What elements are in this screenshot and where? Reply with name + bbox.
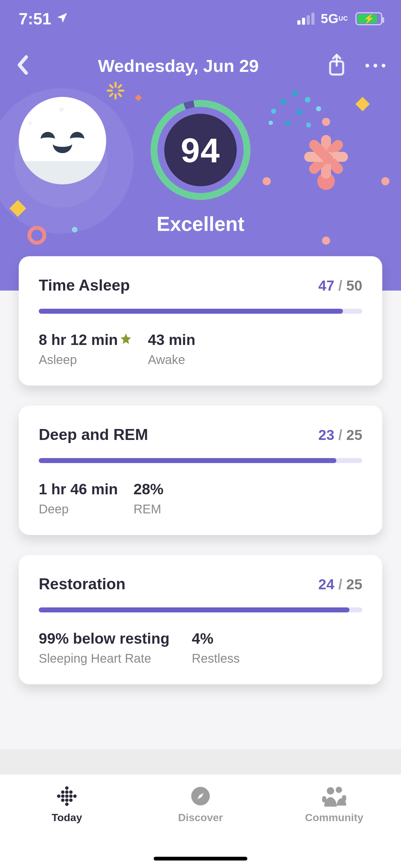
card-title: Deep and REM [39, 426, 148, 444]
sleep-score-ring[interactable]: 94 [151, 100, 250, 200]
svg-point-15 [57, 794, 61, 798]
location-icon [56, 9, 69, 28]
svg-rect-9 [135, 94, 142, 101]
stat-heart-rate: 99% below resting Sleeping Heart Rate [39, 630, 176, 665]
community-icon [321, 785, 347, 807]
diamond-icon [356, 97, 370, 111]
svg-marker-10 [9, 200, 26, 217]
tab-today[interactable]: Today [0, 775, 134, 868]
stat-awake: 43 min Awake [148, 331, 226, 367]
star-icon [120, 331, 132, 348]
svg-point-28 [327, 787, 334, 795]
stat-rem: 28% REM [133, 480, 211, 516]
svg-point-20 [69, 794, 72, 798]
svg-rect-31 [342, 795, 346, 801]
today-icon [55, 785, 78, 807]
svg-line-8 [110, 94, 113, 96]
sleep-score-value: 94 [181, 130, 220, 170]
svg-rect-30 [322, 796, 326, 802]
tab-bar: Today Discover Community [0, 774, 401, 868]
svg-point-21 [61, 790, 65, 794]
svg-line-5 [110, 85, 113, 88]
signal-icon [297, 13, 314, 25]
ring-icon [27, 225, 47, 246]
moon-face-icon [19, 97, 106, 184]
network-label: 5GUC [321, 11, 348, 26]
card-deep-rem[interactable]: Deep and REM 23 / 25 1 hr 46 min Deep 28… [19, 406, 382, 535]
progress-bar [39, 458, 362, 463]
progress-bar [39, 608, 362, 612]
progress-bar [39, 309, 362, 314]
hero-section: 7:51 5GUC ⚡ Wednesday, Jun 29 [0, 0, 401, 290]
card-time-asleep[interactable]: Time Asleep 47 / 50 8 hr 12 min Asleep 4… [19, 256, 382, 385]
svg-marker-12 [356, 97, 370, 111]
more-button[interactable] [365, 64, 386, 67]
home-indicator[interactable] [154, 857, 247, 861]
compass-icon [190, 785, 211, 807]
svg-point-29 [336, 787, 342, 793]
tab-label: Discover [178, 811, 223, 824]
dot-icon [72, 227, 77, 232]
stat-restless: 4% Restless [192, 630, 270, 665]
tab-label: Today [52, 811, 82, 824]
card-score: 23 / 25 [318, 427, 362, 443]
divider-strip [0, 749, 401, 774]
diamond-icon [9, 200, 26, 217]
diamond-icon [134, 94, 142, 102]
nav-bar: Wednesday, Jun 29 [0, 47, 401, 84]
stat-asleep: 8 hr 12 min Asleep [39, 331, 132, 367]
status-bar: 7:51 5GUC ⚡ [0, 0, 401, 37]
battery-icon: ⚡ [356, 12, 382, 25]
svg-point-11 [29, 228, 44, 243]
card-title: Restoration [39, 575, 126, 593]
card-score: 24 / 25 [318, 576, 362, 593]
svg-point-13 [65, 786, 68, 790]
tab-label: Community [305, 811, 364, 824]
status-time: 7:51 [19, 9, 51, 28]
card-score: 47 / 50 [318, 277, 362, 294]
svg-point-16 [73, 794, 76, 798]
svg-line-7 [119, 85, 121, 88]
sparkle-icon [106, 81, 125, 100]
svg-point-18 [65, 798, 68, 802]
svg-point-23 [61, 798, 65, 802]
back-button[interactable] [15, 55, 30, 76]
svg-point-22 [69, 790, 72, 794]
card-title: Time Asleep [39, 276, 130, 294]
svg-point-24 [69, 798, 72, 802]
tab-community[interactable]: Community [267, 775, 401, 868]
cards-container: Time Asleep 47 / 50 8 hr 12 min Asleep 4… [0, 256, 401, 704]
svg-point-25 [65, 794, 68, 798]
svg-line-6 [119, 94, 121, 96]
sleep-score-label: Excellent [157, 213, 244, 236]
stat-deep: 1 hr 46 min Deep [39, 480, 118, 516]
svg-point-14 [65, 802, 68, 806]
svg-point-19 [61, 794, 65, 798]
firework-icon [261, 116, 392, 247]
tab-discover[interactable]: Discover [134, 775, 267, 868]
svg-point-17 [65, 790, 68, 794]
page-title: Wednesday, Jun 29 [98, 56, 259, 76]
share-button[interactable] [327, 53, 347, 78]
card-restoration[interactable]: Restoration 24 / 25 99% below resting Sl… [19, 555, 382, 684]
